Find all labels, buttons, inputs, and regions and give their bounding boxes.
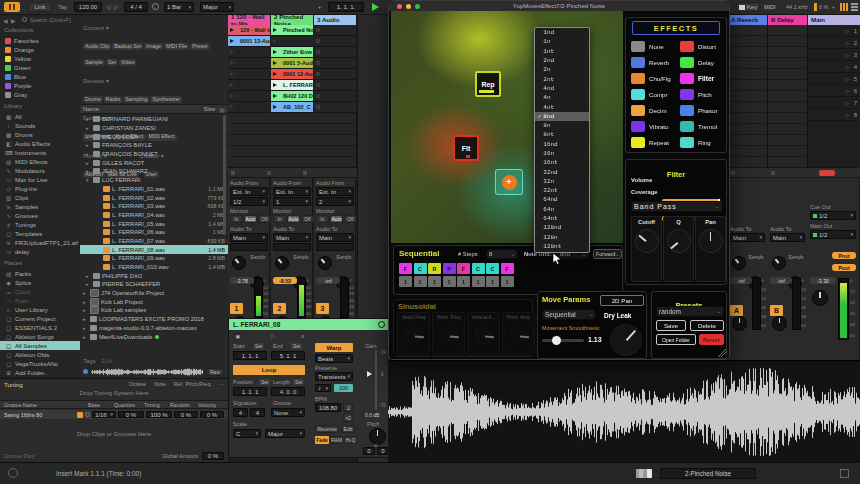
disclosure-icon[interactable]: ▸ — [86, 125, 91, 131]
effect-option[interactable]: Chu/Flg — [631, 70, 677, 86]
clip-slot[interactable] — [228, 80, 270, 91]
effect-option[interactable]: Delay — [680, 54, 726, 70]
scene-row[interactable]: ▷6 — [808, 85, 860, 97]
note-option[interactable]: ✓64n — [535, 205, 589, 214]
sidebar-item[interactable]: ▤Packs — [0, 269, 80, 278]
save-button[interactable]: Save — [656, 320, 686, 331]
file-row[interactable]: ▸ CHRISTIAN ZANESI — [80, 124, 228, 133]
note-option[interactable]: ✓4n — [535, 93, 589, 102]
filter-chip[interactable]: Sampling — [123, 96, 149, 103]
sidebar-item[interactable]: ▭delay — [0, 247, 80, 256]
step-value-button[interactable]: 1 — [457, 276, 470, 287]
scene-row[interactable]: ▷7 — [808, 97, 860, 109]
file-row[interactable]: ▸ BERNARD PARMEGIANI — [80, 115, 228, 124]
return-activator-button[interactable]: B — [770, 305, 783, 316]
step-value-button[interactable]: 1 — [399, 276, 412, 287]
main-header[interactable]: Main — [808, 14, 860, 25]
filter-mode-menu[interactable]: Band Pass⌄ — [631, 201, 723, 212]
pitch-semitones-value[interactable]: 0 — [363, 447, 375, 455]
delete-button[interactable]: Delete — [690, 320, 724, 331]
timing-column[interactable]: Timing — [144, 402, 170, 408]
file-row[interactable]: L. FERRARI_05.wav 1.4 MB — [80, 219, 228, 228]
set-position-button[interactable]: Set — [259, 379, 270, 385]
clip-slot[interactable] — [228, 58, 270, 69]
double-tempo-button[interactable]: ×2 — [343, 413, 353, 422]
warp-button[interactable]: Warp — [315, 343, 353, 352]
sidebar-item[interactable]: ▢Templates — [0, 229, 80, 238]
monitor-auto-button[interactable]: Auto — [287, 215, 300, 223]
2d-pan-button[interactable]: 2D Pan — [600, 295, 644, 306]
sidebar-item[interactable]: ▤MIDI Effects — [0, 157, 80, 166]
clip-slot[interactable]: 0001 12-Audio — [271, 69, 313, 80]
step-value-button[interactable]: 1 — [486, 276, 499, 287]
return-b-header[interactable]: B Delay — [768, 14, 807, 25]
monitor-in-button[interactable]: In — [316, 215, 329, 223]
step-effect-button[interactable]: C — [486, 263, 499, 274]
info-icon[interactable] — [8, 468, 18, 478]
clip-stop-icon[interactable] — [316, 94, 320, 98]
effect-swatch-icon[interactable] — [631, 105, 645, 116]
stop-all-icon[interactable] — [231, 171, 235, 175]
tags-edit-link[interactable]: Edit... — [102, 358, 117, 364]
start-value[interactable]: 1. 1. 1 — [233, 351, 267, 360]
clip-stop-icon[interactable] — [316, 39, 320, 43]
note-option[interactable]: ✓128nd — [535, 223, 589, 232]
sidebar-item[interactable]: ▩Drums — [0, 130, 80, 139]
quantize-menu[interactable]: 1 Bar▾ — [164, 2, 194, 12]
effect-option[interactable]: Repeat — [631, 134, 677, 150]
file-row[interactable]: ▸ FRANÇOIS BAYLE — [80, 141, 228, 150]
post-toggle[interactable]: Post — [832, 264, 856, 271]
filter-chip[interactable]: Preset — [190, 43, 209, 50]
effect-swatch-icon[interactable] — [680, 89, 694, 100]
file-row[interactable]: ▸ LOOPMASTERS EXCITE PROMO 2018 — [80, 315, 228, 324]
clip-play-icon[interactable] — [273, 28, 281, 32]
random-value[interactable]: 0 % — [174, 411, 198, 418]
scene-row[interactable]: ▷4 — [808, 61, 860, 73]
close-icon[interactable] — [397, 4, 402, 9]
file-row[interactable]: ▸ FRANÇOIS BONNET — [80, 150, 228, 159]
clip-record-icon[interactable] — [378, 321, 385, 328]
base-value[interactable]: 1/16▾ — [92, 411, 116, 418]
clip-slot[interactable] — [314, 102, 356, 113]
file-row[interactable]: ▸ GILLES RACOT — [80, 158, 228, 167]
open-folder-button[interactable]: Open Folder — [656, 334, 696, 345]
midi-keyboard-icon[interactable] — [636, 469, 652, 478]
effect-option[interactable]: Tremol — [680, 118, 726, 134]
track-activator-button[interactable]: 1 — [230, 303, 243, 314]
volume-value[interactable]: -3.78 — [230, 277, 254, 284]
note-option[interactable]: ✓2nt — [535, 74, 589, 83]
move-handle-icon[interactable]: + — [502, 175, 517, 190]
preview-play-icon[interactable] — [83, 369, 88, 374]
output-menu[interactable]: Main▾ — [316, 233, 354, 242]
pan-knob[interactable] — [732, 316, 747, 331]
sidebar-item[interactable]: ▢Ableton Olds — [0, 350, 80, 359]
sidebar-item[interactable]: ≋Samples — [0, 202, 80, 211]
volume-value[interactable]: -inf — [770, 277, 792, 284]
effect-option[interactable]: Pitch — [680, 86, 726, 102]
note-option[interactable]: ✓16n — [535, 149, 589, 158]
sidebar-item[interactable]: ♪Sounds — [0, 121, 80, 130]
sidebar-item[interactable]: ▢Current Project — [0, 314, 80, 323]
move-mode-menu[interactable]: Sequential⌄ — [542, 309, 596, 320]
base-column[interactable]: Base — [88, 402, 114, 408]
step-value-button[interactable]: 1 — [428, 276, 441, 287]
gain-value[interactable]: 0.0 dB — [365, 412, 379, 418]
collections-header[interactable]: Collections — [4, 27, 33, 33]
collection-item[interactable]: Gray — [0, 90, 80, 99]
scale-root-menu[interactable]: C▾ — [233, 429, 261, 438]
sidebar-item[interactable]: ⊞Add Folder... — [0, 368, 80, 377]
nudge-down-button[interactable]: ◁ — [106, 4, 110, 10]
sidebar-item[interactable]: ▭Max for Live — [0, 175, 80, 184]
input-channel-menu[interactable]: 2▾ — [316, 197, 354, 206]
clip-slot[interactable] — [314, 69, 356, 80]
input-channel-menu[interactable]: 1/2▾ — [230, 197, 268, 206]
return-activator-button[interactable]: A — [730, 305, 743, 316]
size-column-header[interactable]: Size — [204, 106, 216, 112]
sinusoidal-knob[interactable] — [437, 323, 461, 347]
preset-menu[interactable]: random⌄ — [656, 306, 724, 317]
hiq-toggle[interactable]: Hi-Q — [344, 436, 357, 444]
gain-fader-handle[interactable] — [367, 371, 372, 377]
scene-play-icon[interactable]: ▷ — [846, 28, 850, 34]
scale-name-menu[interactable]: Major▾ — [265, 429, 305, 438]
effect-swatch-icon[interactable] — [631, 121, 645, 132]
